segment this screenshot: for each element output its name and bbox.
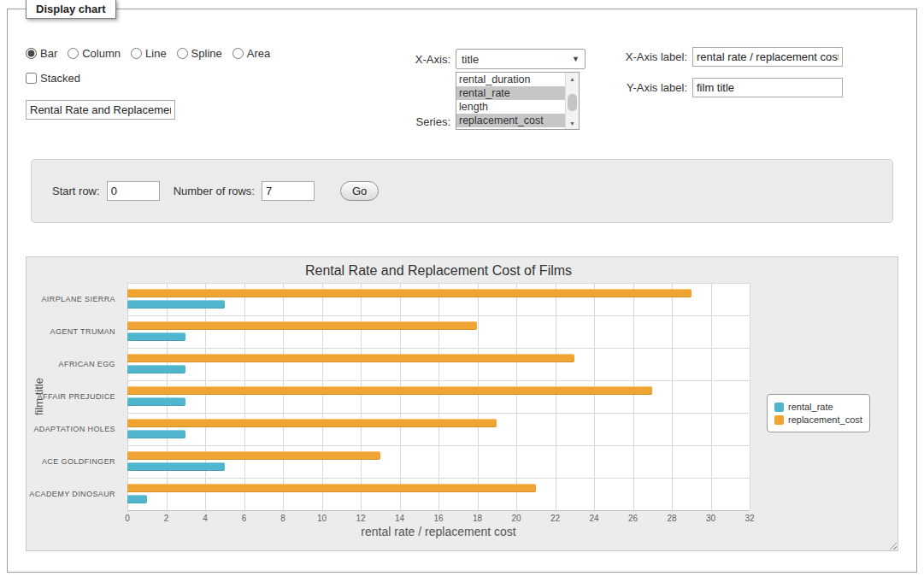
y-axis-category-labels: AIRPLANE SIERRAAGENT TRUMANAFRICAN EGGAF… [26, 283, 122, 510]
legend-label: rental_rate [788, 402, 833, 412]
bar-rental_rate [127, 300, 225, 309]
gridline [127, 283, 128, 510]
bar-replacement_cost [127, 289, 692, 297]
chart-type-radio-line[interactable] [131, 48, 142, 59]
gridline [205, 283, 206, 510]
gridline [127, 380, 750, 381]
chart-legend: rental_ratereplacement_cost [767, 394, 870, 432]
gridline [672, 283, 673, 510]
gridline [361, 283, 362, 510]
chart-type-radio-area[interactable] [232, 48, 244, 59]
bar-rental_rate [127, 430, 185, 438]
series-option-rental_duration[interactable]: rental_duration [456, 73, 566, 86]
bar-rental_rate [127, 332, 185, 341]
x-tick-label: 32 [737, 514, 762, 523]
category-label: AFFAIR PREJUDICE [26, 380, 122, 413]
number-of-rows-label: Number of rows: [174, 185, 255, 197]
gridline [322, 283, 323, 510]
chevron-down-icon: ▼ [572, 55, 580, 63]
chart-title-input[interactable] [26, 100, 175, 120]
start-row-input[interactable] [107, 181, 160, 201]
resize-handle-icon[interactable] [887, 540, 897, 550]
bar-replacement_cost [127, 321, 477, 330]
chart-type-line[interactable]: Line [131, 47, 167, 60]
chart-type-column[interactable]: Column [68, 47, 121, 60]
chart-type-radio-column[interactable] [68, 48, 79, 59]
chart-type-spline[interactable]: Spline [177, 47, 222, 60]
x-tick-label: 8 [270, 514, 296, 523]
chart-type-bar[interactable]: Bar [26, 47, 57, 60]
gridline [594, 283, 595, 510]
scrollbar-track[interactable] [566, 85, 579, 117]
category-label: ADAPTATION HOLES [26, 413, 122, 445]
gridline [127, 478, 750, 479]
x-tick-label: 18 [465, 514, 491, 523]
series-list-scrollbar[interactable]: ▲ ▼ [565, 73, 579, 129]
start-row-label: Start row: [52, 185, 100, 197]
x-tick-label: 6 [232, 514, 257, 523]
gridline [244, 283, 245, 510]
x-tick-label: 10 [309, 514, 335, 523]
y-axis-label-input[interactable] [692, 78, 843, 97]
chart-type-radio-spline[interactable] [177, 48, 188, 59]
x-tick-label: 16 [426, 514, 451, 523]
x-tick-label: 12 [348, 514, 374, 523]
gridline [400, 283, 401, 510]
x-tick-label: 22 [543, 514, 568, 523]
stacked-checkbox-row[interactable]: Stacked [26, 72, 280, 85]
chart-type-label: Line [145, 47, 167, 60]
y-axis-label-field-label: Y-Axis label: [602, 81, 687, 94]
chart-container: Rental Rate and Replacement Cost of Film… [26, 256, 898, 551]
x-tick-label: 30 [698, 514, 724, 523]
x-axis-label-input[interactable] [692, 47, 843, 67]
x-axis-select-label: X-Axis: [399, 53, 450, 66]
x-tick-label: 2 [154, 514, 180, 523]
series-option-length[interactable]: length [456, 100, 566, 114]
gridline [283, 283, 284, 510]
x-tick-label: 26 [621, 514, 646, 523]
gridline [556, 283, 556, 510]
gridline [633, 283, 634, 510]
x-axis-select-value: title [462, 53, 479, 66]
scroll-up-icon[interactable]: ▲ [566, 73, 579, 85]
gridline [516, 283, 517, 510]
bar-rental_rate [127, 495, 147, 503]
display-chart-panel: Display chart BarColumnLineSplineArea St… [7, 9, 917, 573]
scroll-down-icon[interactable]: ▼ [566, 117, 579, 129]
x-axis-select[interactable]: title ▼ [456, 49, 586, 69]
chart-type-area[interactable]: Area [232, 47, 270, 60]
series-listbox[interactable]: rental_durationrental_ratelengthreplacem… [456, 72, 580, 130]
bar-replacement_cost [127, 484, 536, 492]
stacked-checkbox[interactable] [26, 73, 37, 84]
legend-item-replacement_cost[interactable]: replacement_cost [774, 414, 862, 425]
bar-rental_rate [127, 365, 185, 373]
chart-type-radio-group: BarColumnLineSplineArea [26, 47, 280, 60]
number-of-rows-input[interactable] [262, 181, 315, 201]
x-tick-label: 20 [503, 514, 529, 523]
bar-replacement_cost [127, 386, 652, 395]
x-tick-label: 24 [581, 514, 607, 523]
series-option-rental_rate[interactable]: rental_rate [456, 86, 566, 100]
chart-type-label: Bar [40, 47, 57, 60]
gridline [127, 413, 750, 414]
chart-type-radio-bar[interactable] [26, 48, 37, 59]
series-option-replacement_cost[interactable]: replacement_cost [456, 114, 566, 127]
chart-title: Rental Rate and Replacement Cost of Film… [127, 263, 750, 279]
bar-rental_rate [127, 397, 185, 406]
bar-replacement_cost [127, 419, 497, 427]
category-label: AIRPLANE SIERRA [26, 283, 122, 315]
chart-controls: BarColumnLineSplineArea Stacked X-Axis: … [8, 9, 916, 150]
bar-replacement_cost [127, 354, 574, 362]
gridline [438, 283, 439, 510]
legend-item-rental_rate[interactable]: rental_rate [774, 402, 862, 412]
gridline [127, 283, 750, 284]
x-tick-label: 14 [387, 514, 413, 523]
plot-area: 02468101214161820222426283032 [127, 283, 750, 510]
go-button[interactable]: Go [340, 181, 379, 201]
scrollbar-thumb[interactable] [568, 94, 577, 111]
row-range-panel: Start row: Number of rows: Go [31, 159, 893, 223]
bar-replacement_cost [127, 451, 380, 460]
gridline [127, 445, 750, 446]
x-tick-label: 0 [115, 514, 140, 523]
series-options: rental_durationrental_ratelengthreplacem… [456, 73, 566, 127]
